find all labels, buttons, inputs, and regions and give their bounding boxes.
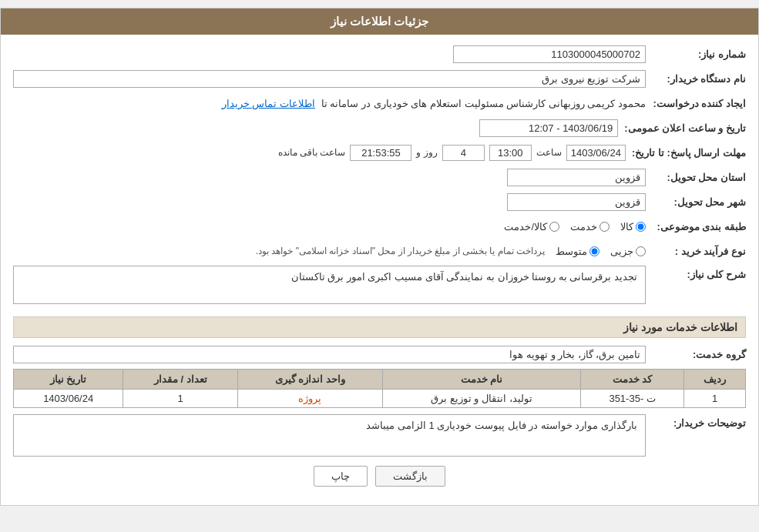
col-row: ردیف [684, 370, 746, 390]
col-quantity: تعداد / مقدار [123, 370, 238, 390]
deadline-label: مهلت ارسال پاسخ: تا تاریخ: [626, 147, 746, 159]
category-kala-label: کالا [620, 221, 633, 233]
creator-value: محمود کریمی روزبهانی کارشناس مسئولیت است… [321, 98, 646, 109]
category-label: طبقه بندی موضوعی: [646, 221, 746, 233]
service-group-value: تامین برق، گاز، بخار و تهویه هوا [13, 346, 646, 363]
col-date: تاریخ نیاز [14, 370, 123, 390]
creator-contact-link[interactable]: اطلاعات تماس خریدار [222, 98, 315, 109]
cell-row: 1 [684, 390, 746, 408]
category-kala-khedmat-label: کالا/خدمت [504, 221, 547, 233]
purchase-motavaset-label: متوسط [556, 246, 587, 257]
buyer-label: نام دستگاه خریدار: [646, 73, 746, 85]
purchase-motavaset-radio[interactable] [589, 246, 599, 256]
city-value: قزوین [507, 193, 646, 211]
buyer-desc-label: توضیحات خریدار: [646, 414, 746, 429]
back-button[interactable]: بازگشت [375, 466, 445, 487]
province-label: استان محل تحویل: [646, 172, 746, 183]
deadline-days-label: روز و [416, 147, 437, 158]
purchase-jozi-label: جزیی [610, 246, 633, 257]
creator-label: ایجاد کننده درخواست: [646, 98, 746, 109]
cell-unit: پروژه [238, 390, 383, 408]
button-row: بازگشت چاپ [13, 466, 746, 496]
buyer-desc-value: بارگذاری موارد خواسته در فایل پیوست خودی… [13, 414, 646, 457]
purchase-type-label: نوع فرآیند خرید : [646, 246, 746, 257]
category-kala[interactable]: کالا [620, 221, 646, 233]
city-label: شهر محل تحویل: [646, 196, 746, 208]
category-khedmat-label: خدمت [570, 221, 597, 233]
service-group-label: گروه خدمت: [646, 349, 746, 360]
category-kala-khedmat-radio[interactable] [549, 222, 559, 232]
deadline-time: 13:00 [489, 145, 532, 161]
services-table: ردیف کد خدمت نام خدمت واحد اندازه گیری ت… [13, 369, 746, 408]
category-khedmat-radio[interactable] [599, 222, 610, 232]
deadline-date: 1403/06/24 [566, 145, 626, 161]
col-unit: واحد اندازه گیری [238, 370, 383, 390]
purchase-motavaset[interactable]: متوسط [556, 246, 599, 257]
cell-quantity: 1 [123, 390, 238, 408]
category-kala-radio[interactable] [636, 222, 646, 232]
page-title: جزئیات اطلاعات نیاز [1, 8, 758, 35]
need-number-value: 1103000045000702 [453, 45, 646, 63]
col-name: نام خدمت [382, 370, 580, 390]
deadline-days: 4 [442, 145, 485, 161]
cell-name: تولید، انتقال و توزیع برق [382, 390, 580, 408]
description-value: تجدید برقرسانی به روستا خروزان به نمایند… [13, 266, 646, 304]
deadline-time-label: ساعت [536, 147, 562, 158]
category-khedmat[interactable]: خدمت [570, 221, 610, 233]
purchase-type-note: پرداخت تمام یا بخشی از مبلغ خریدار از مح… [13, 246, 545, 256]
purchase-jozi-radio[interactable] [636, 246, 646, 256]
description-label: شرح کلی نیاز: [646, 266, 746, 280]
announce-value: 1403/06/19 - 12:07 [479, 119, 618, 137]
deadline-remaining: 21:53:55 [350, 145, 411, 161]
deadline-remaining-label: ساعت باقی مانده [278, 147, 346, 158]
announce-label: تاریخ و ساعت اعلان عمومی: [618, 122, 746, 134]
table-row: 1 ت -35-351 تولید، انتقال و توزیع برق پر… [14, 390, 746, 408]
province-value: قزوین [507, 169, 646, 186]
col-code: کد خدمت [581, 370, 684, 390]
cell-code: ت -35-351 [581, 390, 684, 408]
purchase-jozi[interactable]: جزیی [610, 246, 646, 257]
category-kala-khedmat[interactable]: کالا/خدمت [504, 221, 559, 233]
cell-date: 1403/06/24 [14, 390, 123, 408]
buyer-value: شرکت توزیع نیروی برق [13, 70, 646, 88]
services-section-title: اطلاعات خدمات مورد نیاز [13, 316, 746, 338]
print-button[interactable]: چاپ [314, 466, 368, 487]
need-number-label: شماره نیاز: [646, 49, 746, 60]
